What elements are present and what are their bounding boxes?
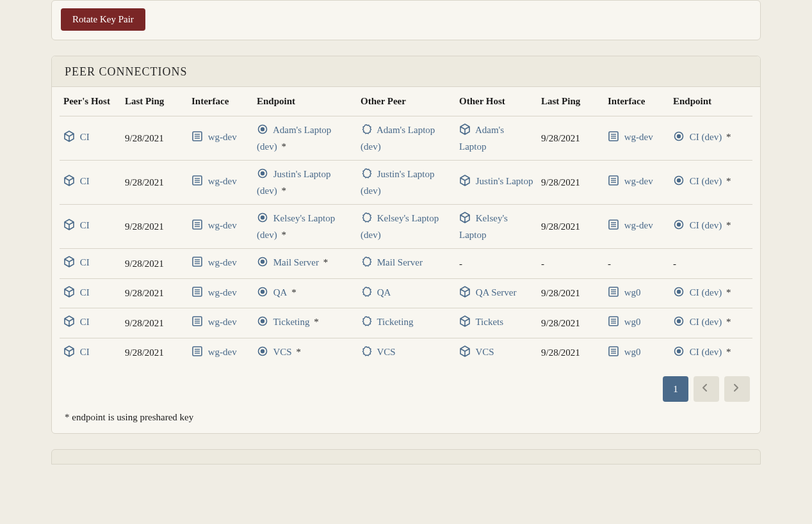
link[interactable]: wg-dev — [191, 257, 237, 267]
link[interactable]: Adam's Laptop — [459, 125, 504, 152]
table-row: CI9/28/2021 wg-dev VCS * VCS VCS9/28/202… — [60, 338, 752, 367]
empty-cell: - — [459, 258, 462, 269]
page-next-button[interactable] — [724, 376, 750, 402]
board-icon — [191, 175, 203, 191]
last-ping: 9/28/2021 — [125, 347, 164, 358]
link[interactable]: CI (dev) — [673, 132, 722, 142]
link[interactable]: CI (dev) — [673, 317, 722, 327]
record-dot-icon — [673, 345, 685, 361]
preshared-key-footnote: * endpoint is using preshared key — [52, 406, 760, 433]
cube-icon — [63, 131, 75, 147]
link[interactable]: wg0 — [608, 287, 641, 298]
col-other-host: Other Host — [455, 87, 537, 116]
link[interactable]: wg-dev — [191, 176, 237, 186]
key-pair-card: Rotate Key Pair — [51, 0, 761, 40]
link[interactable]: wg-dev — [608, 176, 653, 186]
psk-indicator: * — [724, 347, 731, 357]
last-ping: 9/28/2021 — [541, 288, 580, 298]
cube-icon — [459, 315, 471, 331]
link[interactable]: wg-dev — [608, 220, 653, 230]
last-ping: 9/28/2021 — [541, 133, 580, 143]
psk-indicator: * — [724, 176, 731, 186]
link[interactable]: wg-dev — [608, 132, 653, 142]
link[interactable]: Adam's Laptop (dev) — [361, 125, 435, 152]
link[interactable]: wg-dev — [191, 287, 237, 298]
cube-icon — [459, 175, 471, 191]
col-interface: Interface — [188, 87, 253, 116]
link[interactable]: Kelsey's Laptop (dev) — [361, 213, 439, 240]
table-row: CI9/28/2021 wg-dev QA * QA QA Server9/28… — [60, 278, 752, 308]
rotate-key-pair-button[interactable]: Rotate Key Pair — [61, 8, 145, 31]
link[interactable]: Tickets — [459, 317, 503, 327]
page-prev-button[interactable] — [694, 376, 719, 402]
link[interactable]: Kelsey's Laptop — [459, 213, 508, 240]
link[interactable]: Adam's Laptop (dev) — [257, 125, 331, 152]
cube-icon — [459, 345, 471, 361]
link[interactable]: CI — [63, 176, 90, 186]
section-title: PEER CONNECTIONS — [65, 65, 747, 79]
board-icon — [608, 175, 619, 191]
record-dot-icon — [257, 286, 268, 302]
link[interactable]: wg-dev — [191, 132, 237, 142]
record-dot-icon — [673, 315, 685, 331]
link[interactable]: wg-dev — [191, 220, 237, 230]
link[interactable]: VCS — [257, 347, 292, 357]
cube-icon — [63, 345, 75, 361]
link[interactable]: VCS — [361, 347, 396, 357]
link[interactable]: CI — [63, 257, 90, 267]
link[interactable]: wg0 — [608, 317, 641, 327]
link[interactable]: Mail Server — [361, 257, 423, 267]
link[interactable]: Justin's Laptop (dev) — [361, 169, 435, 196]
last-ping: 9/28/2021 — [125, 258, 164, 269]
last-ping: 9/28/2021 — [125, 177, 164, 187]
cube-icon — [459, 123, 471, 139]
link[interactable]: QA — [257, 287, 287, 298]
col-other-peer: Other Peer — [357, 87, 455, 116]
link[interactable]: CI — [63, 287, 90, 298]
link[interactable]: CI — [63, 132, 90, 142]
badge-icon — [361, 315, 372, 331]
link[interactable]: CI (dev) — [673, 176, 722, 186]
link[interactable]: wg0 — [608, 347, 641, 357]
badge-icon — [361, 168, 372, 184]
link[interactable]: Mail Server — [257, 257, 319, 267]
link[interactable]: wg-dev — [191, 317, 237, 327]
col-endpoint-2: Endpoint — [669, 87, 752, 116]
link[interactable]: Kelsey's Laptop (dev) — [257, 213, 335, 240]
table-header-row: Peer's Host Last Ping Interface Endpoint… — [60, 87, 752, 116]
board-icon — [191, 131, 203, 147]
link[interactable]: Justin's Laptop (dev) — [257, 169, 331, 196]
col-endpoint: Endpoint — [253, 87, 357, 116]
board-icon — [191, 286, 203, 302]
table-row: CI9/28/2021 wg-dev Mail Server * Mail Se… — [60, 249, 752, 279]
table-row: CI9/28/2021 wg-dev Adam's Laptop (dev) *… — [60, 116, 752, 161]
page-1-button[interactable]: 1 — [663, 376, 688, 402]
link[interactable]: CI (dev) — [673, 287, 722, 298]
pagination: 1 — [52, 367, 760, 406]
link[interactable]: CI — [63, 220, 90, 230]
psk-indicator: * — [289, 287, 296, 298]
link[interactable]: CI (dev) — [673, 347, 722, 357]
psk-indicator: * — [294, 347, 301, 357]
link[interactable]: Justin's Laptop — [459, 176, 533, 186]
link[interactable]: Ticketing — [361, 317, 413, 327]
record-dot-icon — [673, 131, 685, 147]
psk-indicator: * — [724, 132, 731, 142]
psk-indicator: * — [279, 186, 286, 196]
last-ping: 9/28/2021 — [125, 221, 164, 232]
last-ping: 9/28/2021 — [541, 318, 580, 328]
table-row: CI9/28/2021 wg-dev Ticketing * Ticketing… — [60, 308, 752, 338]
link[interactable]: CI — [63, 347, 90, 357]
peer-connections-table: Peer's Host Last Ping Interface Endpoint… — [60, 87, 752, 367]
cube-icon — [63, 175, 75, 191]
psk-indicator: * — [724, 287, 731, 298]
link[interactable]: Ticketing — [257, 317, 309, 327]
link[interactable]: CI — [63, 317, 90, 327]
link[interactable]: QA Server — [459, 287, 517, 298]
link[interactable]: VCS — [459, 347, 494, 357]
link[interactable]: CI (dev) — [673, 220, 722, 230]
link[interactable]: wg-dev — [191, 347, 237, 357]
link[interactable]: QA — [361, 287, 391, 298]
last-ping: 9/28/2021 — [541, 177, 580, 187]
board-icon — [608, 131, 619, 147]
